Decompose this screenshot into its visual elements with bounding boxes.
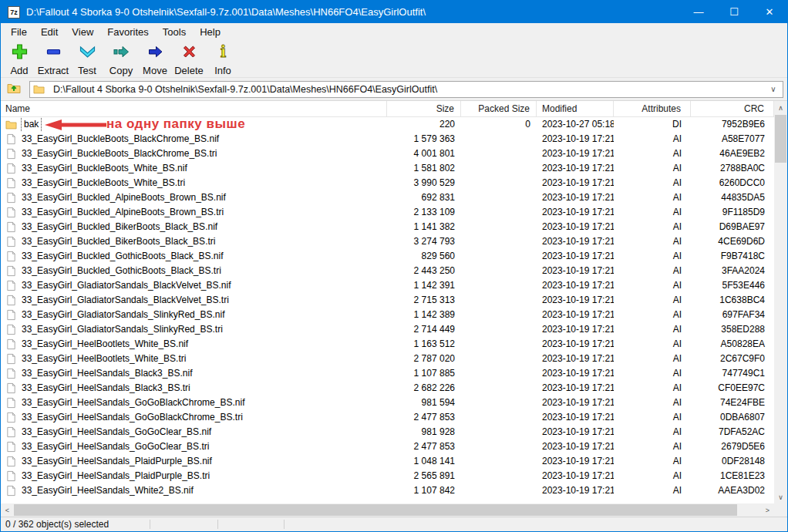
- cell-modified: 2023-10-19 17:21: [537, 483, 614, 498]
- header-crc[interactable]: CRC: [691, 101, 774, 116]
- cell-attributes: AI: [614, 410, 691, 425]
- cell-packed-size: [461, 410, 537, 425]
- file-row[interactable]: 33_EasyGirl_HeelBootlets_White_BS.tri2 7…: [1, 352, 774, 366]
- cell-crc: 7952B9E6: [691, 117, 774, 132]
- cell-size: 829 560: [387, 249, 461, 264]
- cell-crc: 0DBA6807: [691, 410, 774, 425]
- file-row[interactable]: 33_EasyGirl_Buckled_BikerBoots_Black_BS.…: [1, 234, 774, 249]
- file-icon: [5, 353, 17, 365]
- scroll-left-icon[interactable]: <: [1, 503, 14, 517]
- cell-size: 1 107 885: [387, 366, 461, 381]
- address-combobox[interactable]: D:\Fallout 4 Sborka 9-0 Otshelnik\Sexfal…: [29, 81, 783, 98]
- close-button[interactable]: ✕: [752, 1, 787, 23]
- file-row[interactable]: 33_EasyGirl_HeelSandals_GoGoClear_BS.tri…: [1, 439, 774, 454]
- cell-packed-size: [461, 454, 537, 469]
- file-row[interactable]: 33_EasyGirl_HeelSandals_GoGoClear_BS.nif…: [1, 425, 774, 439]
- cell-packed-size: [461, 176, 537, 190]
- cell-attributes: AI: [614, 205, 691, 220]
- file-row[interactable]: 33_EasyGirl_BuckleBoots_White_BS.tri3 99…: [1, 176, 774, 190]
- file-row[interactable]: 33_EasyGirl_BuckleBoots_BlackChrome_BS.n…: [1, 132, 774, 146]
- file-row[interactable]: 33_EasyGirl_Buckled_BikerBoots_Black_BS.…: [1, 220, 774, 234]
- file-row[interactable]: 33_EasyGirl_HeelSandals_Black3_BS.nif1 1…: [1, 366, 774, 381]
- cell-attributes: AI: [614, 278, 691, 293]
- chevron-down-icon[interactable]: ∨: [767, 85, 780, 93]
- cell-crc: AAEA3D02: [691, 483, 774, 498]
- file-name: 33_EasyGirl_HeelBootlets_White_BS.tri: [22, 352, 186, 366]
- add-button[interactable]: Add: [2, 40, 36, 76]
- file-name: 33_EasyGirl_HeelSandals_GoGoClear_BS.tri: [22, 439, 209, 454]
- folder-row[interactable]: bak22002023-10-27 05:18DI7952B9E6: [1, 117, 774, 132]
- cell-name: 33_EasyGirl_BuckleBoots_BlackChrome_BS.t…: [1, 146, 387, 161]
- test-check-icon: [78, 42, 97, 64]
- file-row[interactable]: 33_EasyGirl_HeelSandals_PlaidPurple_BS.n…: [1, 454, 774, 469]
- cell-packed-size: [461, 425, 537, 439]
- maximize-button[interactable]: ☐: [716, 1, 752, 23]
- vertical-scrollbar[interactable]: ∧ ∨: [774, 101, 787, 503]
- cell-crc: 44835DA5: [691, 190, 774, 205]
- vertical-scrollbar-thumb[interactable]: [775, 115, 786, 163]
- up-one-level-button[interactable]: [3, 80, 25, 99]
- file-row[interactable]: 33_EasyGirl_HeelSandals_White2_BS.nif1 1…: [1, 483, 774, 498]
- test-button[interactable]: Test: [70, 40, 104, 76]
- cell-attributes: AI: [614, 381, 691, 396]
- menu-item-view[interactable]: View: [65, 23, 100, 40]
- cell-crc: 2C67C9F0: [691, 352, 774, 366]
- file-name: 33_EasyGirl_Buckled_GothicBoots_Black_BS…: [22, 264, 221, 278]
- header-name[interactable]: Name: [1, 101, 387, 116]
- file-row[interactable]: 33_EasyGirl_HeelSandals_Black3_BS.tri2 6…: [1, 381, 774, 396]
- info-label: Info: [214, 65, 231, 76]
- header-attributes[interactable]: Attributes: [614, 101, 691, 116]
- extract-button[interactable]: Extract: [36, 40, 70, 76]
- column-header-row: Name Size Packed Size Modified Attribute…: [1, 101, 774, 117]
- file-row[interactable]: 33_EasyGirl_HeelSandals_GoGoBlackChrome_…: [1, 396, 774, 410]
- file-row[interactable]: 33_EasyGirl_BuckleBoots_White_BS.nif1 58…: [1, 161, 774, 176]
- horizontal-scrollbar[interactable]: < >: [1, 503, 774, 517]
- header-size[interactable]: Size: [387, 101, 461, 116]
- file-row[interactable]: 33_EasyGirl_GladiatorSandals_SlinkyRed_B…: [1, 308, 774, 322]
- header-packed-size[interactable]: Packed Size: [461, 101, 537, 116]
- move-button[interactable]: Move: [138, 40, 172, 76]
- file-row[interactable]: 33_EasyGirl_BuckleBoots_BlackChrome_BS.t…: [1, 146, 774, 161]
- menu-item-favorites[interactable]: Favorites: [100, 23, 155, 40]
- menu-item-edit[interactable]: Edit: [34, 23, 65, 40]
- file-name: 33_EasyGirl_Buckled_AlpineBoots_Brown_BS…: [22, 205, 224, 220]
- file-name: 33_EasyGirl_HeelSandals_PlaidPurple_BS.t…: [22, 469, 210, 483]
- menu-item-tools[interactable]: Tools: [156, 23, 193, 40]
- file-row[interactable]: 33_EasyGirl_HeelSandals_GoGoBlackChrome_…: [1, 410, 774, 425]
- file-row[interactable]: 33_EasyGirl_GladiatorSandals_BlackVelvet…: [1, 293, 774, 308]
- file-row[interactable]: 33_EasyGirl_GladiatorSandals_BlackVelvet…: [1, 278, 774, 293]
- cell-attributes: AI: [614, 176, 691, 190]
- minimize-button[interactable]: —: [681, 1, 716, 23]
- menu-item-help[interactable]: Help: [193, 23, 227, 40]
- cell-size: 1 048 141: [387, 454, 461, 469]
- cell-packed-size: [461, 249, 537, 264]
- header-modified[interactable]: Modified: [537, 101, 614, 116]
- file-icon: [5, 324, 17, 335]
- file-row[interactable]: 33_EasyGirl_HeelBootlets_White_BS.nif1 1…: [1, 337, 774, 352]
- menu-item-file[interactable]: File: [4, 23, 34, 40]
- file-row[interactable]: 33_EasyGirl_GladiatorSandals_SlinkyRed_B…: [1, 322, 774, 337]
- horizontal-scrollbar-thumb[interactable]: [14, 504, 737, 516]
- file-row[interactable]: 33_EasyGirl_Buckled_GothicBoots_Black_BS…: [1, 249, 774, 264]
- scroll-right-icon[interactable]: >: [761, 503, 774, 517]
- file-row[interactable]: 33_EasyGirl_Buckled_AlpineBoots_Brown_BS…: [1, 190, 774, 205]
- delete-button[interactable]: Delete: [172, 40, 206, 76]
- cell-crc: 6260DCC0: [691, 176, 774, 190]
- cell-size: 2 682 226: [387, 381, 461, 396]
- copy-button[interactable]: Copy: [104, 40, 138, 76]
- cell-name: 33_EasyGirl_HeelSandals_GoGoBlackChrome_…: [1, 410, 387, 425]
- cell-crc: D69BAE97: [691, 220, 774, 234]
- file-row[interactable]: 33_EasyGirl_HeelSandals_PlaidPurple_BS.t…: [1, 469, 774, 483]
- scroll-down-icon[interactable]: ∨: [774, 490, 787, 503]
- cell-name: 33_EasyGirl_GladiatorSandals_SlinkyRed_B…: [1, 308, 387, 322]
- file-name: 33_EasyGirl_GladiatorSandals_SlinkyRed_B…: [22, 308, 224, 322]
- file-row[interactable]: 33_EasyGirl_Buckled_GothicBoots_Black_BS…: [1, 264, 774, 278]
- cell-attributes: AI: [614, 190, 691, 205]
- cell-modified: 2023-10-19 17:21: [537, 454, 614, 469]
- info-button[interactable]: i Info: [206, 40, 240, 76]
- file-row[interactable]: 33_EasyGirl_Buckled_AlpineBoots_Brown_BS…: [1, 205, 774, 220]
- scroll-up-icon[interactable]: ∧: [774, 101, 787, 114]
- cell-attributes: AI: [614, 425, 691, 439]
- file-icon: [5, 163, 17, 174]
- cell-crc: 74E24FBE: [691, 396, 774, 410]
